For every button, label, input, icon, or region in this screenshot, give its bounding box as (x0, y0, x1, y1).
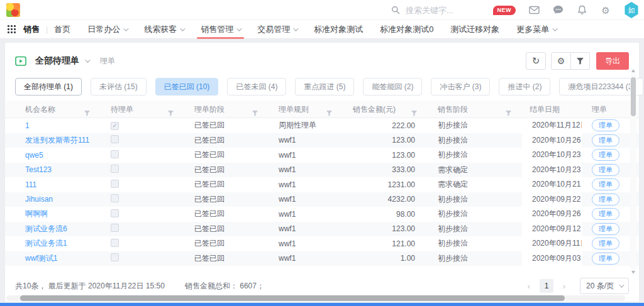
lidan-action-button[interactable]: 理单 (592, 208, 619, 220)
opportunity-link[interactable]: 1 (25, 121, 30, 130)
row-checkbox[interactable] (111, 180, 119, 188)
pending-lidan-cell (101, 150, 184, 160)
filter-chip[interactable]: 全部待理单 (1) (15, 78, 82, 96)
nav-item-2[interactable]: 线索获客 (144, 20, 184, 39)
new-badge[interactable]: NEW (493, 6, 516, 15)
lidan-action-button[interactable]: 理单 (592, 149, 619, 161)
screen: NEW ⚙ 如 销售 | 首页日常办公线索获客销售管理交易管理标准对象测试标准对… (0, 0, 644, 306)
opportunity-link[interactable]: 啊啊啊 (25, 209, 48, 218)
opportunity-link[interactable]: Test123 (25, 165, 52, 174)
filter-chip[interactable]: 推进中 (2) (499, 78, 550, 96)
company-logo[interactable] (6, 3, 20, 17)
opportunity-link[interactable]: 111 (25, 180, 36, 189)
bell-icon[interactable] (576, 4, 587, 16)
filter-chip[interactable]: 已签已回 (10) (155, 78, 219, 96)
page-number[interactable]: 1 (540, 279, 553, 293)
opportunity-name-cell: Jihuisan (5, 195, 101, 204)
gear-icon[interactable]: ⚙ (600, 4, 611, 16)
vertical-scroll-thumb[interactable] (631, 77, 636, 116)
opportunity-name-cell: qwe5 (5, 151, 101, 160)
opportunity-name-cell: 测试业务流1 (5, 238, 101, 249)
export-button[interactable]: 导出 (596, 52, 629, 70)
lidan-rule-cell: wwf1 (269, 239, 343, 248)
nav-item-label: 日常办公 (87, 24, 120, 35)
view-icon (15, 55, 26, 67)
footer-summary: 共10条， 最后更新于 2020年11月22日 15:50 销售金额总和： 66… (15, 281, 264, 292)
column-header-label: 待理单 (111, 105, 133, 114)
opportunity-link[interactable]: wwf测试1 (25, 254, 57, 263)
row-checkbox[interactable] (111, 150, 119, 158)
table-row: 测试业务流6已签已回wwf1123.00初步接洽2020年09月12日理单 (5, 222, 639, 237)
nav-item-1[interactable]: 日常办公 (87, 20, 127, 39)
column-filter-icon[interactable] (252, 106, 258, 117)
filter-chip[interactable]: 能签能回 (2) (363, 78, 422, 96)
lidan-stage-cell: 已签已回 (184, 253, 269, 264)
row-checkbox[interactable]: ✓ (111, 122, 119, 130)
close-date-cell: 2020年10月23日 (522, 163, 582, 178)
row-checkbox[interactable] (111, 209, 119, 217)
column-filter-icon[interactable] (411, 106, 418, 117)
pending-lidan-cell (101, 180, 184, 190)
lidan-rule-cell: wwf1 (269, 136, 343, 145)
row-checkbox[interactable] (111, 224, 119, 232)
filter-button[interactable] (571, 52, 590, 70)
lidan-action-button[interactable]: 理单 (592, 178, 619, 190)
content-card: 全部待理单 理单 ↻ ⚙ 导出 全部待理单 (1)未评估 (15)已签已回 (1… (5, 43, 639, 302)
nav-item-7[interactable]: 测试迁移对象 (450, 20, 499, 39)
lidan-action-button[interactable]: 理单 (592, 164, 619, 176)
column-filter-icon[interactable] (167, 106, 174, 117)
mail-icon[interactable] (528, 4, 540, 16)
lidan-stage-cell: 已签已回 (184, 224, 269, 234)
lidan-action-button[interactable]: 理单 (592, 223, 619, 235)
avatar[interactable]: 如 (624, 2, 639, 18)
opportunity-link[interactable]: 测试业务流6 (25, 224, 67, 233)
filter-chip[interactable]: 未评估 (15) (91, 78, 147, 96)
page-title[interactable]: 全部待理单 (35, 55, 79, 67)
lidan-action-button[interactable]: 理单 (592, 253, 619, 265)
nav-item-6[interactable]: 标准对象测试0 (380, 20, 433, 39)
lidan-action-button[interactable]: 理单 (592, 119, 619, 131)
next-page-button[interactable]: › (557, 279, 571, 293)
chevron-down-icon[interactable] (85, 57, 90, 62)
filter-chips: 全部待理单 (1)未评估 (15)已签已回 (10)已签未回 (4)重点跟进 (… (5, 70, 639, 96)
settings-button[interactable]: ⚙ (551, 52, 571, 70)
close-date-cell: 2020年09月22日 (522, 192, 582, 207)
opportunity-link[interactable]: qwe5 (25, 151, 43, 160)
filter-chip[interactable]: 重点跟进 (5) (295, 78, 354, 96)
sales-stage-cell: 初步接洽 (428, 150, 522, 160)
prev-page-button[interactable]: ‹ (522, 279, 536, 293)
opportunity-link[interactable]: 测试业务流1 (25, 239, 67, 248)
opportunity-link[interactable]: Jihuisan (25, 195, 53, 204)
row-checkbox[interactable] (111, 165, 119, 173)
refresh-button[interactable]: ↻ (526, 52, 546, 70)
column-filter-icon[interactable] (84, 106, 91, 117)
row-checkbox[interactable] (111, 253, 119, 261)
row-checkbox[interactable] (111, 135, 119, 143)
lidan-action-button[interactable]: 理单 (592, 134, 619, 146)
lidan-action-button[interactable]: 理单 (592, 194, 619, 205)
sales-stage-cell: 初步接洽 (428, 120, 522, 131)
column-filter-icon[interactable] (505, 106, 512, 117)
app-name[interactable]: 销售 (23, 24, 40, 35)
filter-chip[interactable]: 已签未回 (4) (227, 78, 286, 96)
nav-item-4[interactable]: 交易管理 (257, 20, 297, 39)
scroll-up-arrow[interactable] (631, 69, 635, 72)
page-size-select[interactable]: 20 条/页 (580, 278, 629, 294)
column-header-2: 理单阶段 (184, 101, 269, 117)
nav-item-3[interactable]: 销售管理 (201, 20, 240, 39)
chat-icon[interactable] (552, 4, 564, 16)
nav-item-5[interactable]: 标准对象测试 (314, 20, 363, 39)
filter-chip[interactable]: 冲击客户 (3) (431, 78, 490, 96)
nav-item-0[interactable]: 首页 (54, 20, 70, 39)
row-checkbox[interactable] (111, 239, 119, 247)
lidan-stage-cell: 已签已回 (184, 165, 269, 175)
column-filter-icon[interactable] (326, 106, 333, 117)
nav-item-8[interactable]: 更多菜单 (516, 20, 556, 39)
opportunity-link[interactable]: 发送到发斯蒂芬111 (25, 136, 89, 145)
row-checkbox[interactable] (111, 194, 119, 202)
vertical-scrollbar[interactable] (630, 74, 636, 269)
app-launcher-icon[interactable] (8, 25, 16, 33)
lidan-action-button[interactable]: 理单 (592, 238, 619, 249)
column-header-label: 销售金额(元) (353, 105, 396, 114)
lidan-rule-cell: wwf1 (269, 151, 343, 160)
